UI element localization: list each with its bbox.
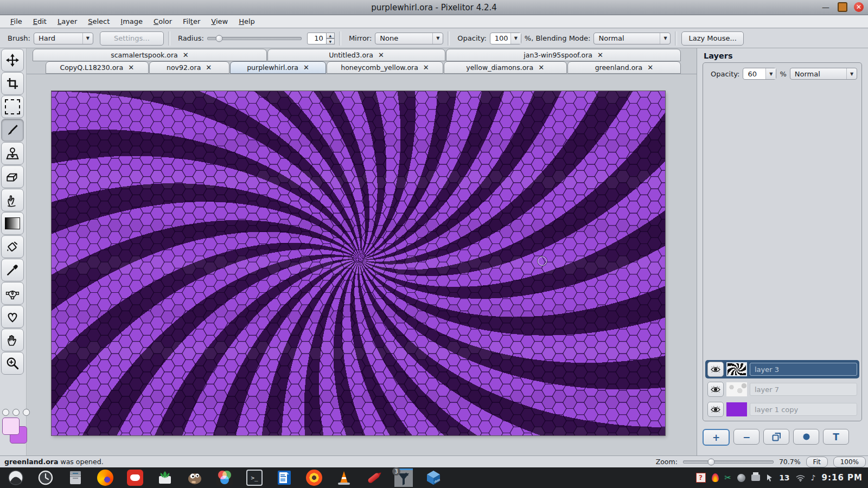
layer-row-layer1copy[interactable]: layer 1 copy [705,400,859,419]
music-tray-icon[interactable]: ♪ [811,473,816,482]
duplicate-layer-button[interactable] [763,429,789,445]
vlc-icon[interactable] [335,468,353,487]
close-icon[interactable]: ✕ [538,63,544,72]
spinner-down-icon[interactable]: ▼ [327,38,335,44]
swap-colors-button[interactable] [12,409,20,416]
move-tool-button[interactable] [1,49,24,72]
close-icon[interactable]: ✕ [597,51,603,59]
zoom-slider-thumb[interactable] [708,458,715,465]
virtualbox-icon[interactable]: vbox [424,468,443,487]
close-icon[interactable]: ✕ [183,51,189,59]
menu-color[interactable]: Color [149,16,177,27]
default-colors-button[interactable] [2,409,9,416]
zoom-slider[interactable] [683,460,774,464]
close-icon[interactable]: ✕ [423,63,429,72]
opacity-dropdown[interactable]: 100 ▼ [490,33,521,44]
tab-honeycomb-yellow[interactable]: honeycomb_yellow.ora ✕ [327,61,443,74]
blending-mode-dropdown[interactable]: Normal ▼ [593,33,671,44]
randomize-colors-button[interactable] [23,409,30,416]
radius-slider[interactable] [207,37,302,40]
close-button[interactable]: ✕ [854,2,864,12]
tab-nov92[interactable]: nov92.ora ✕ [149,61,229,74]
layer-name-field[interactable]: layer 3 [750,363,857,376]
foreground-color-swatch[interactable] [2,418,20,435]
image-canvas[interactable] [52,91,665,435]
gimp-icon[interactable] [186,468,204,487]
pen-app-icon[interactable] [365,468,383,487]
tab-copyq[interactable]: CopyQ.L18230.ora ✕ [46,61,149,74]
maximize-button[interactable] [838,2,847,12]
selection-tool-button[interactable] [1,95,24,118]
close-icon[interactable]: ✕ [206,63,212,72]
menu-image[interactable]: Image [116,16,148,27]
clock-icon[interactable] [36,468,55,487]
disc-burner-icon[interactable] [305,468,323,487]
brush-tool-button[interactable] [1,119,24,142]
menu-select[interactable]: Select [83,16,114,27]
gradient-tool-button[interactable] [1,212,24,235]
pointer-tray-icon[interactable] [766,474,773,481]
menu-edit[interactable]: Edit [28,16,52,27]
sphere-tray-icon[interactable] [737,474,745,482]
menu-filter[interactable]: Filter [178,16,205,27]
spinner-up-icon[interactable]: ▲ [327,33,335,38]
pen-tool-button[interactable] [1,282,24,305]
close-icon[interactable]: ✕ [647,63,653,72]
layer-name-field[interactable]: layer 7 [750,383,857,396]
flame-tray-icon[interactable] [712,473,719,482]
clone-stamp-tool-button[interactable] [1,142,24,165]
package-tool-icon[interactable] [156,468,174,487]
discord-icon[interactable] [126,468,144,487]
layer-opacity-dropdown[interactable]: 60 ▼ [743,68,776,80]
pixelitor-taskbar-icon[interactable]: 3 [394,468,413,487]
layer-thumbnail[interactable] [726,362,747,376]
color-mixer-icon[interactable] [215,468,234,487]
tab-greenland[interactable]: greenland.ora ✕ [567,61,681,74]
layer-row-layer3[interactable]: layer 3 [705,360,859,378]
menu-layer[interactable]: Layer [53,16,82,27]
minimize-button[interactable]: — [820,2,831,12]
zoom-tool-button[interactable] [1,352,24,375]
delete-layer-button[interactable]: − [733,429,760,445]
help-tray-icon[interactable]: ? [696,473,706,483]
mirror-dropdown[interactable]: None ▼ [375,33,443,44]
writer-icon[interactable] [275,468,293,487]
tab-yellow-diamons[interactable]: yellow_diamons.ora ✕ [444,61,567,74]
radius-value[interactable]: 10 [307,33,327,44]
lazy-mouse-button[interactable]: Lazy Mouse... [681,31,743,46]
visibility-toggle[interactable] [707,362,724,377]
copyq-scissors-icon[interactable]: ✂ [725,473,732,483]
visibility-toggle[interactable] [707,382,724,397]
menu-file[interactable]: File [5,16,27,27]
settings-button[interactable]: Settings... [100,31,164,46]
add-layer-button[interactable]: + [703,429,730,446]
layer-thumbnail[interactable] [726,402,747,416]
tab-purplewhirl-active[interactable]: purplewhirl.ora ✕ [230,61,327,74]
terminal-icon[interactable]: >_ [245,468,264,487]
close-icon[interactable]: ✕ [378,51,384,59]
brush-type-dropdown[interactable]: Hard ▼ [34,33,93,44]
layer-name-field[interactable]: layer 1 copy [750,403,857,416]
add-text-layer-button[interactable]: T [823,429,849,445]
hand-tool-button[interactable] [1,329,24,351]
color-picker-tool-button[interactable] [1,259,24,281]
close-icon[interactable]: ✕ [303,63,309,72]
fit-button[interactable]: Fit [806,457,828,467]
printer-tray-icon[interactable] [751,474,760,481]
tab-jan3-win95spoof[interactable]: jan3-win95spoof.ora ✕ [446,49,681,61]
title-bar[interactable]: purplewhirl.ora - Pixelitor 4.2.4 — ✕ [0,0,868,15]
smudge-tool-button[interactable] [1,189,24,211]
crop-tool-button[interactable] [1,72,24,95]
layer-blend-mode-dropdown[interactable]: Normal ▼ [790,68,857,80]
tab-scamalertspook[interactable]: scamalertspook.ora ✕ [33,49,267,61]
hundred-percent-button[interactable]: 100% [833,457,866,467]
close-icon[interactable]: ✕ [128,63,134,72]
applications-menu-icon[interactable] [7,468,25,487]
file-manager-icon[interactable] [66,468,85,487]
eraser-tool-button[interactable] [1,165,24,188]
radius-slider-thumb[interactable] [215,35,222,42]
menu-help[interactable]: Help [234,16,260,27]
layer-row-layer7[interactable]: layer 7 [705,380,859,399]
paint-bucket-tool-button[interactable] [1,235,24,258]
radius-spinner[interactable]: 10 ▲ ▼ [307,33,335,44]
